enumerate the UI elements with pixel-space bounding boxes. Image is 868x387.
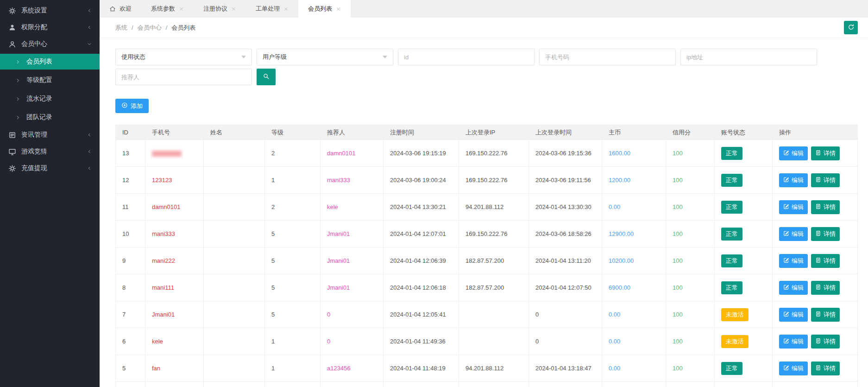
tab-register-protocol[interactable]: 注册协议 [194,0,246,18]
cell-id [116,382,145,387]
edit-button-label: 编辑 [792,230,804,238]
edit-button-label: 编辑 [792,311,804,319]
cell-reg-time: 2024-01-04 12:06:39 [384,247,459,274]
cell-coin: 0.00 [609,338,620,345]
cell-last-ip [459,382,529,387]
breadcrumb-item-member-center[interactable]: 会员中心 [138,24,162,32]
cell-id: 10 [116,221,145,247]
detail-button[interactable]: 详情 [811,200,840,214]
level-select[interactable]: 用户等级 [257,49,393,65]
cell-referrer: Jmani01 [327,230,350,237]
table-row: 132damn01012024-03-06 19:15:19169.150.22… [116,140,858,167]
doc-icon [815,338,821,345]
sidebar-item-game-guess[interactable]: 游戏竞猜 [0,143,100,160]
close-icon[interactable] [179,6,184,12]
plus-circle-icon [121,102,128,110]
cell-last-time: 2024-01-04 13:18:47 [529,355,602,382]
cell-level [265,382,321,387]
ip-input[interactable] [680,49,817,65]
cell-coin: 6900.00 [609,284,630,291]
sidebar-subitem-team-record[interactable]: 团队记录 [0,108,100,127]
detail-button[interactable]: 详情 [811,254,840,268]
detail-button-label: 详情 [824,284,836,292]
tab-work-order[interactable]: 工单处理 [246,0,298,18]
sidebar-item-recharge-withdraw[interactable]: 充值提现 [0,160,100,177]
doc-icon [815,257,821,265]
edit-button[interactable]: 编辑 [779,254,808,268]
angle-right-icon [15,96,20,102]
tab-welcome[interactable]: 欢迎 [100,0,141,18]
breadcrumb-item-system[interactable]: 系统 [115,24,127,32]
close-icon[interactable] [231,6,236,12]
id-input[interactable] [398,49,535,65]
edit-button[interactable]: 编辑 [779,227,808,241]
tab-label: 注册协议 [203,5,227,13]
status-select-value: 使用状态 [121,53,145,61]
edit-button[interactable]: 编辑 [779,335,808,349]
sidebar-item-permission-assign[interactable]: 权限分配 [0,19,100,36]
cell-reg-time: 2024-01-04 11:48:19 [384,355,459,382]
detail-button[interactable]: 详情 [811,227,840,241]
cell-last-ip: 169.150.222.76 [459,221,529,247]
edit-button[interactable]: 编辑 [779,173,808,187]
edit-button[interactable]: 编辑 [779,308,808,322]
edit-button[interactable]: 编辑 [779,200,808,214]
search-button[interactable] [257,69,276,85]
status-select[interactable]: 使用状态 [115,49,252,65]
referrer-input[interactable] [115,69,252,85]
edit-button-label: 编辑 [792,176,804,184]
edit-button[interactable]: 编辑 [779,146,808,160]
close-icon[interactable] [336,6,341,12]
edit-button[interactable]: 编辑 [779,281,808,295]
sidebar-subitem-level-config[interactable]: 等级配置 [0,71,100,89]
status-badge: 正常 [721,281,742,294]
column-header: 主币 [602,125,666,140]
edit-icon [783,203,789,211]
column-header: 手机号 [145,125,204,140]
member-table: ID手机号姓名等级推荐人注册时间上次登录IP上次登录时间主币信用分账号状态操作 … [115,125,858,387]
cell-credit: 100 [673,150,683,157]
sidebar-subitem-member-list[interactable]: 会员列表 [0,54,100,70]
detail-button[interactable]: 详情 [811,362,840,375]
cell-referrer: 0 [327,311,330,318]
cell-status: 正常 [715,194,773,221]
cell-level: 1 [265,328,321,355]
detail-button[interactable]: 详情 [811,173,840,187]
cell-id: 8 [116,274,145,301]
sidebar-item-member-center[interactable]: 会员中心 [0,36,100,52]
phone-input[interactable] [539,49,676,65]
cell-coin: 0.00 [609,311,620,318]
sidebar-item-system-settings[interactable]: 系统设置 [0,2,100,19]
breadcrumb-bar: 系统 / 会员中心 / 会员列表 [100,18,868,38]
doc-icon [815,365,821,372]
cell-last-time: 0 [529,301,602,328]
detail-button[interactable]: 详情 [811,335,840,349]
sidebar-subitem-label: 团队记录 [26,113,52,121]
add-button[interactable]: 添加 [115,99,149,113]
add-button-label: 添加 [131,102,143,110]
sidebar: 系统设置权限分配会员中心会员列表等级配置流水记录团队记录资讯管理游戏竞猜充值提现 [0,0,100,387]
sidebar-subitem-flow-record[interactable]: 流水记录 [0,89,100,108]
detail-button[interactable]: 详情 [811,308,840,322]
close-icon[interactable] [283,6,289,12]
edit-button-label: 编辑 [792,257,804,265]
cell-status: 未激活 [715,301,773,328]
cell-name [204,355,265,382]
cell-id: 13 [116,140,145,167]
cell-last-ip: 169.150.222.76 [459,140,529,167]
cell-last-time: 2024-03-06 19:11:56 [529,167,602,194]
breadcrumb-separator: / [132,24,133,31]
detail-button[interactable]: 详情 [811,281,840,295]
refresh-button[interactable] [844,21,858,34]
detail-button-label: 详情 [824,176,836,184]
edit-button[interactable]: 编辑 [779,362,808,375]
cell-last-ip: 94.201.88.112 [459,355,529,382]
cell-last-time [529,382,602,387]
cell-last-time: 0 [529,328,602,355]
column-header: 等级 [265,125,321,140]
tab-system-params[interactable]: 系统参数 [141,0,194,18]
detail-button[interactable]: 详情 [811,146,840,160]
cell-actions: 编辑详情 [773,247,858,274]
tab-member-list[interactable]: 会员列表 [298,0,351,18]
sidebar-item-news-manage[interactable]: 资讯管理 [0,127,100,143]
